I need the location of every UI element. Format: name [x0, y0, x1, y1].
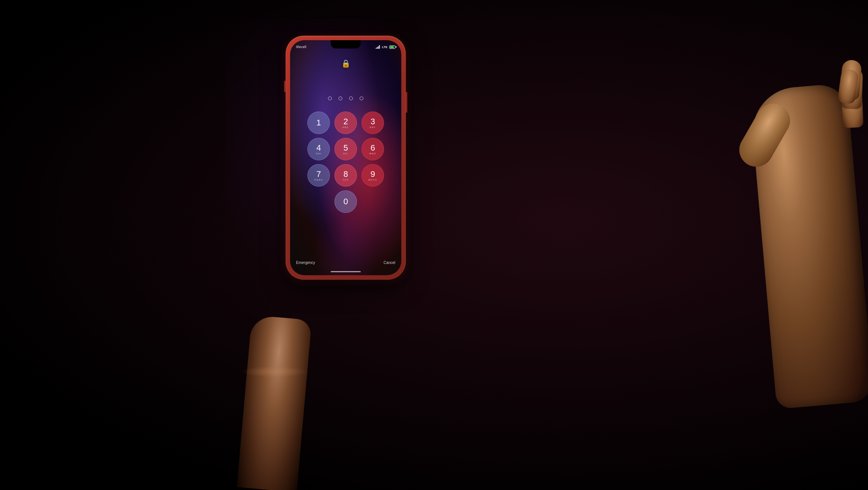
key-7-letters: PQRS — [314, 179, 323, 181]
lock-icon-container: 🔒 — [341, 59, 351, 68]
phone-screen: lifecell LTE — [290, 40, 401, 275]
key-4[interactable]: 4 GHI — [307, 138, 330, 160]
key-9-number: 9 — [370, 170, 375, 178]
key-1[interactable]: 1 — [307, 112, 330, 134]
key-5-letters: JKL — [343, 152, 349, 155]
phone-case: lifecell LTE — [286, 36, 406, 280]
key-9[interactable]: 9 WXYZ — [361, 164, 384, 187]
key-3-letters: DEF — [370, 126, 376, 128]
emergency-button[interactable]: Emergency — [296, 261, 315, 265]
key-2-letters: ABC — [343, 126, 349, 128]
battery-fill — [390, 46, 394, 48]
pin-dots — [328, 96, 363, 100]
status-icons: LTE — [376, 45, 395, 49]
key-2-number: 2 — [343, 118, 348, 126]
power-button — [406, 92, 407, 113]
key-7-number: 7 — [316, 170, 321, 178]
key-8[interactable]: 8 TUV — [334, 164, 357, 187]
key-4-number: 4 — [316, 144, 321, 152]
keypad-row-3: 7 PQRS 8 TUV 9 WXYZ — [299, 164, 393, 187]
key-0[interactable]: 0 — [334, 190, 357, 213]
home-indicator[interactable] — [331, 271, 361, 272]
keypad: 1 2 ABC 3 DEF — [299, 112, 393, 217]
key-9-letters: WXYZ — [368, 179, 377, 181]
pin-dot-3 — [349, 96, 353, 100]
key-6[interactable]: 6 MNO — [361, 138, 384, 160]
key-6-letters: MNO — [369, 152, 377, 155]
key-1-number: 1 — [316, 119, 321, 127]
key-0-number: 0 — [343, 198, 348, 206]
key-7[interactable]: 7 PQRS — [307, 164, 330, 187]
key-6-number: 6 — [370, 144, 375, 152]
pin-dot-4 — [360, 96, 363, 100]
key-4-letters: GHI — [316, 152, 321, 155]
volume-button — [284, 81, 286, 92]
bottom-bar: Emergency Cancel — [296, 261, 395, 265]
carrier-label: lifecell — [296, 45, 306, 49]
pin-dot-2 — [339, 96, 342, 100]
key-3[interactable]: 3 DEF — [361, 112, 384, 134]
keypad-row-2: 4 GHI 5 JKL 6 MNO — [299, 138, 393, 160]
key-5[interactable]: 5 JKL — [334, 138, 357, 160]
pin-dot-1 — [328, 96, 332, 100]
signal-icon — [376, 45, 380, 49]
network-type-label: LTE — [382, 45, 387, 49]
lock-icon: 🔒 — [341, 59, 351, 68]
status-bar: lifecell LTE — [296, 43, 395, 51]
key-8-number: 8 — [343, 170, 348, 178]
keypad-row-4: 0 — [299, 190, 393, 213]
background: lifecell LTE — [0, 0, 868, 490]
key-8-letters: TUV — [343, 179, 349, 181]
key-2[interactable]: 2 ABC — [334, 112, 357, 134]
key-3-number: 3 — [370, 118, 375, 126]
cancel-button[interactable]: Cancel — [384, 261, 395, 265]
keypad-row-1: 1 2 ABC 3 DEF — [299, 112, 393, 134]
battery-icon — [389, 45, 395, 49]
key-5-number: 5 — [343, 144, 348, 152]
